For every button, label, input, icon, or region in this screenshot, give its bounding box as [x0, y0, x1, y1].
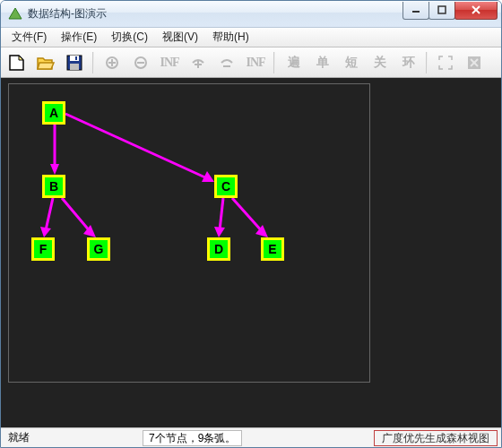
node-label: F	[39, 242, 48, 256]
svg-rect-9	[75, 56, 77, 60]
menu-view[interactable]: 视图(V)	[155, 28, 205, 47]
minimize-button[interactable]	[402, 2, 429, 20]
open-button[interactable]	[33, 50, 58, 75]
node-label: E	[268, 242, 276, 256]
node-label: B	[49, 179, 58, 194]
app-window: 数据结构-图演示 文件(F) 操作(E) 切换(C) 视图(V) 帮助(H) I…	[0, 0, 502, 448]
node-label: D	[214, 242, 223, 256]
menu-help[interactable]: 帮助(H)	[205, 28, 256, 47]
svg-rect-10	[70, 64, 79, 70]
graph-node-G[interactable]: G	[87, 237, 110, 261]
svg-marker-0	[9, 8, 22, 19]
window-title: 数据结构-图演示	[28, 6, 403, 22]
titlebar[interactable]: 数据结构-图演示	[1, 1, 501, 28]
traverse-button: 遍	[281, 50, 306, 75]
svg-rect-8	[70, 56, 79, 61]
close-button[interactable]	[454, 2, 498, 20]
toolbar-separator-3	[426, 52, 428, 73]
menubar: 文件(F) 操作(E) 切换(C) 视图(V) 帮助(H)	[1, 28, 501, 47]
graph-node-C[interactable]: C	[214, 175, 238, 198]
add-edge-button	[186, 50, 211, 75]
toolbar: INF INF 遍 单 短 关 环	[1, 47, 501, 78]
toolbar-separator-2	[273, 52, 275, 73]
graph-node-F[interactable]: F	[31, 237, 55, 261]
menu-switch[interactable]: 切换(C)	[104, 28, 155, 47]
new-button[interactable]	[4, 50, 30, 75]
canvas-frame	[8, 83, 370, 383]
close-view-button	[462, 50, 487, 75]
remove-node-button	[128, 50, 153, 75]
fullscreen-button	[433, 50, 458, 75]
svg-rect-2	[438, 6, 446, 13]
graph-node-D[interactable]: D	[207, 237, 230, 261]
graph-node-E[interactable]: E	[261, 237, 284, 261]
node-label: C	[221, 179, 230, 194]
statusbar: 就绪 7个节点，9条弧。 广度优先生成森林视图	[1, 427, 501, 447]
graph-node-B[interactable]: B	[42, 175, 65, 198]
inf-button-1: INF	[157, 50, 182, 75]
maximize-button[interactable]	[428, 2, 455, 20]
status-info: 7个节点，9条弧。	[143, 430, 242, 446]
status-mode: 广度优先生成森林视图	[374, 430, 498, 446]
status-ready: 就绪	[4, 430, 33, 445]
graph-canvas[interactable]: A B C F G D E	[1, 78, 501, 427]
app-icon	[8, 7, 22, 22]
single-button: 单	[309, 50, 334, 75]
remove-edge-button	[214, 50, 239, 75]
graph-node-A[interactable]: A	[42, 101, 65, 125]
svg-marker-6	[19, 56, 23, 60]
node-label: G	[94, 242, 104, 256]
add-node-button	[100, 50, 125, 75]
menu-operate[interactable]: 操作(E)	[54, 28, 104, 47]
window-controls	[403, 2, 498, 20]
save-button[interactable]	[62, 50, 87, 75]
cycle-button: 环	[395, 50, 420, 75]
inf-button-2: INF	[243, 50, 268, 75]
menu-file[interactable]: 文件(F)	[4, 28, 54, 47]
short-button: 短	[338, 50, 363, 75]
toolbar-separator	[92, 52, 94, 73]
node-label: A	[49, 106, 58, 120]
relation-button: 关	[367, 50, 392, 75]
